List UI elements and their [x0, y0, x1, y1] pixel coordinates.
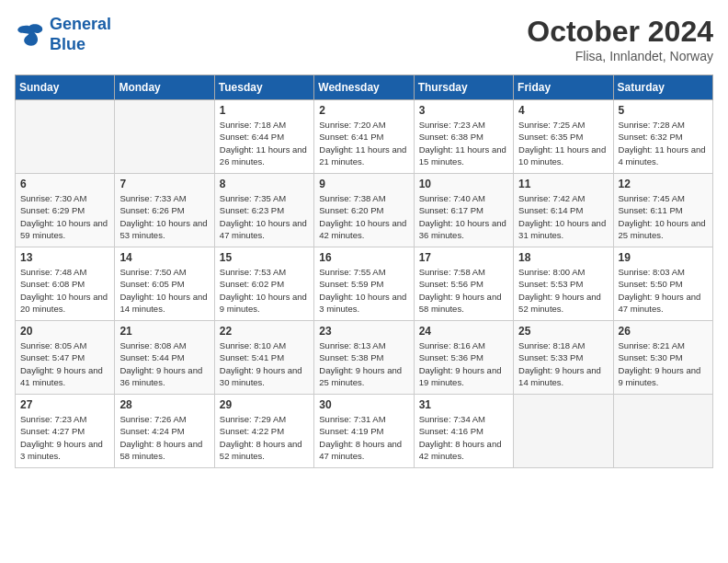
calendar-cell: 25 Sunrise: 8:18 AM Sunset: 5:33 PM Dayl… [514, 321, 613, 395]
calendar-cell: 12 Sunrise: 7:45 AM Sunset: 6:11 PM Dayl… [613, 174, 712, 247]
column-header-monday: Monday [115, 75, 214, 100]
cell-content: Sunrise: 8:18 AM Sunset: 5:33 PM Dayligh… [518, 339, 608, 388]
cell-content: Sunrise: 7:23 AM Sunset: 6:38 PM Dayligh… [419, 119, 508, 167]
cell-content: Sunrise: 7:28 AM Sunset: 6:32 PM Dayligh… [619, 119, 708, 167]
day-number: 25 [518, 325, 608, 338]
cell-content: Sunrise: 7:53 AM Sunset: 6:02 PM Dayligh… [220, 266, 309, 315]
cell-content: Sunrise: 7:48 AM Sunset: 6:08 PM Dayligh… [20, 266, 109, 315]
day-number: 23 [319, 325, 408, 338]
calendar-cell [115, 100, 214, 174]
day-number: 16 [319, 251, 408, 264]
calendar-cell: 21 Sunrise: 8:08 AM Sunset: 5:44 PM Dayl… [115, 321, 214, 395]
calendar-week-row: 13 Sunrise: 7:48 AM Sunset: 6:08 PM Dayl… [16, 247, 713, 321]
calendar-cell: 8 Sunrise: 7:35 AM Sunset: 6:23 PM Dayli… [214, 174, 313, 247]
cell-content: Sunrise: 8:16 AM Sunset: 5:36 PM Dayligh… [419, 339, 508, 388]
logo-text: General Blue [50, 15, 111, 54]
cell-content: Sunrise: 8:03 AM Sunset: 5:50 PM Dayligh… [619, 266, 708, 315]
cell-content: Sunrise: 7:33 AM Sunset: 6:26 PM Dayligh… [119, 192, 209, 241]
logo: General Blue [15, 15, 111, 54]
cell-content: Sunrise: 7:31 AM Sunset: 4:19 PM Dayligh… [319, 413, 408, 462]
calendar-week-row: 6 Sunrise: 7:30 AM Sunset: 6:29 PM Dayli… [16, 174, 713, 247]
calendar-cell: 1 Sunrise: 7:18 AM Sunset: 6:44 PM Dayli… [214, 100, 313, 174]
calendar-cell [16, 100, 115, 174]
calendar-cell: 16 Sunrise: 7:55 AM Sunset: 5:59 PM Dayl… [314, 247, 414, 321]
calendar-week-row: 27 Sunrise: 7:23 AM Sunset: 4:27 PM Dayl… [16, 395, 713, 468]
calendar-cell: 20 Sunrise: 8:05 AM Sunset: 5:47 PM Dayl… [16, 321, 115, 395]
cell-content: Sunrise: 7:23 AM Sunset: 4:27 PM Dayligh… [20, 413, 109, 462]
cell-content: Sunrise: 7:42 AM Sunset: 6:14 PM Dayligh… [518, 192, 608, 241]
logo-icon [15, 22, 44, 48]
cell-content: Sunrise: 7:30 AM Sunset: 6:29 PM Dayligh… [20, 192, 109, 241]
day-number: 22 [220, 325, 309, 338]
day-number: 24 [419, 325, 508, 338]
day-number: 14 [119, 251, 209, 264]
calendar-cell: 30 Sunrise: 7:31 AM Sunset: 4:19 PM Dayl… [314, 395, 414, 468]
cell-content: Sunrise: 8:00 AM Sunset: 5:53 PM Dayligh… [518, 266, 608, 315]
day-number: 12 [619, 178, 708, 190]
calendar-cell: 10 Sunrise: 7:40 AM Sunset: 6:17 PM Dayl… [414, 174, 513, 247]
day-number: 3 [419, 104, 508, 117]
calendar-cell: 2 Sunrise: 7:20 AM Sunset: 6:41 PM Dayli… [314, 100, 414, 174]
column-header-wednesday: Wednesday [314, 75, 414, 100]
day-number: 20 [20, 325, 109, 338]
day-number: 1 [220, 104, 309, 117]
day-number: 18 [518, 251, 608, 264]
cell-content: Sunrise: 7:55 AM Sunset: 5:59 PM Dayligh… [319, 266, 408, 315]
cell-content: Sunrise: 8:08 AM Sunset: 5:44 PM Dayligh… [119, 339, 209, 388]
column-header-saturday: Saturday [613, 75, 712, 100]
day-number: 17 [419, 251, 508, 264]
day-number: 8 [220, 178, 309, 190]
cell-content: Sunrise: 7:40 AM Sunset: 6:17 PM Dayligh… [419, 192, 508, 241]
calendar-cell: 19 Sunrise: 8:03 AM Sunset: 5:50 PM Dayl… [613, 247, 712, 321]
column-header-tuesday: Tuesday [214, 75, 313, 100]
calendar-cell: 17 Sunrise: 7:58 AM Sunset: 5:56 PM Dayl… [414, 247, 513, 321]
day-number: 27 [20, 398, 109, 411]
calendar-cell: 31 Sunrise: 7:34 AM Sunset: 4:16 PM Dayl… [414, 395, 513, 468]
cell-content: Sunrise: 7:35 AM Sunset: 6:23 PM Dayligh… [220, 192, 309, 241]
day-number: 31 [419, 398, 508, 411]
day-number: 29 [220, 398, 309, 411]
day-number: 19 [619, 251, 708, 264]
day-number: 7 [119, 178, 209, 190]
day-number: 6 [20, 178, 109, 190]
calendar-cell: 11 Sunrise: 7:42 AM Sunset: 6:14 PM Dayl… [514, 174, 613, 247]
cell-content: Sunrise: 7:50 AM Sunset: 6:05 PM Dayligh… [119, 266, 209, 315]
calendar-cell: 4 Sunrise: 7:25 AM Sunset: 6:35 PM Dayli… [514, 100, 613, 174]
title-block: October 2024 Flisa, Innlandet, Norway [527, 15, 713, 63]
calendar-cell: 9 Sunrise: 7:38 AM Sunset: 6:20 PM Dayli… [314, 174, 414, 247]
cell-content: Sunrise: 8:05 AM Sunset: 5:47 PM Dayligh… [20, 339, 109, 388]
cell-content: Sunrise: 7:29 AM Sunset: 4:22 PM Dayligh… [220, 413, 309, 462]
day-number: 11 [518, 178, 608, 190]
day-number: 5 [619, 104, 708, 117]
cell-content: Sunrise: 7:25 AM Sunset: 6:35 PM Dayligh… [518, 119, 608, 167]
day-number: 28 [119, 398, 209, 411]
month-title: October 2024 [527, 15, 713, 49]
cell-content: Sunrise: 7:34 AM Sunset: 4:16 PM Dayligh… [419, 413, 508, 462]
calendar-cell: 3 Sunrise: 7:23 AM Sunset: 6:38 PM Dayli… [414, 100, 513, 174]
calendar-cell: 14 Sunrise: 7:50 AM Sunset: 6:05 PM Dayl… [115, 247, 214, 321]
calendar-cell [514, 395, 613, 468]
page-header: General Blue October 2024 Flisa, Innland… [15, 15, 713, 63]
day-number: 30 [319, 398, 408, 411]
day-number: 4 [518, 104, 608, 117]
calendar-cell: 22 Sunrise: 8:10 AM Sunset: 5:41 PM Dayl… [214, 321, 313, 395]
calendar-cell: 28 Sunrise: 7:26 AM Sunset: 4:24 PM Dayl… [115, 395, 214, 468]
cell-content: Sunrise: 7:20 AM Sunset: 6:41 PM Dayligh… [319, 119, 408, 167]
cell-content: Sunrise: 7:45 AM Sunset: 6:11 PM Dayligh… [619, 192, 708, 241]
calendar-cell: 13 Sunrise: 7:48 AM Sunset: 6:08 PM Dayl… [16, 247, 115, 321]
calendar-cell: 5 Sunrise: 7:28 AM Sunset: 6:32 PM Dayli… [613, 100, 712, 174]
calendar-cell: 26 Sunrise: 8:21 AM Sunset: 5:30 PM Dayl… [613, 321, 712, 395]
calendar-cell: 29 Sunrise: 7:29 AM Sunset: 4:22 PM Dayl… [214, 395, 313, 468]
calendar-cell: 15 Sunrise: 7:53 AM Sunset: 6:02 PM Dayl… [214, 247, 313, 321]
day-number: 10 [419, 178, 508, 190]
calendar-cell [613, 395, 712, 468]
day-number: 26 [619, 325, 708, 338]
column-header-sunday: Sunday [16, 75, 115, 100]
day-number: 13 [20, 251, 109, 264]
cell-content: Sunrise: 8:10 AM Sunset: 5:41 PM Dayligh… [220, 339, 309, 388]
calendar-week-row: 1 Sunrise: 7:18 AM Sunset: 6:44 PM Dayli… [16, 100, 713, 174]
day-number: 2 [319, 104, 408, 117]
location-subtitle: Flisa, Innlandet, Norway [527, 49, 713, 63]
calendar-cell: 18 Sunrise: 8:00 AM Sunset: 5:53 PM Dayl… [514, 247, 613, 321]
calendar-week-row: 20 Sunrise: 8:05 AM Sunset: 5:47 PM Dayl… [16, 321, 713, 395]
